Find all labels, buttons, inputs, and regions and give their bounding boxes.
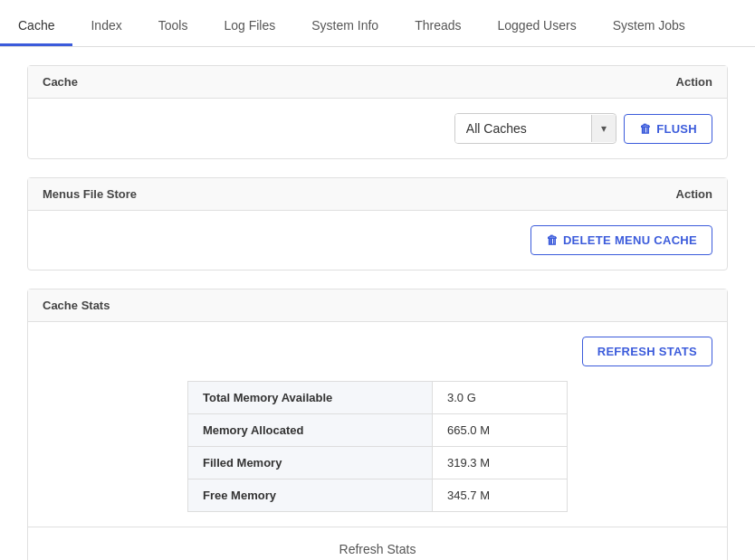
stat-label: Free Memory	[188, 479, 433, 512]
refresh-stats-button-label: REFRESH STATS	[597, 345, 697, 358]
tab-system-info[interactable]: System Info	[293, 7, 397, 46]
refresh-stats-button[interactable]: REFRESH STATS	[582, 337, 712, 366]
trash-icon-menu: 🗑	[546, 233, 558, 247]
table-row: Memory Allocated665.0 M	[188, 414, 568, 447]
cache-select[interactable]: All CachesPage CacheObject CacheQuery Ca…	[455, 114, 591, 143]
table-row: Filled Memory319.3 M	[188, 447, 568, 479]
trash-icon: 🗑	[639, 122, 651, 136]
refresh-stats-footer: Refresh Stats	[28, 527, 727, 560]
cache-section-header: Cache Action	[28, 66, 727, 99]
menus-section-title: Menus File Store	[43, 187, 137, 201]
cache-section-body: All CachesPage CacheObject CacheQuery Ca…	[28, 99, 727, 158]
cache-stats-title: Cache Stats	[43, 299, 110, 312]
chevron-down-icon: ▾	[591, 115, 616, 142]
stat-value: 319.3 M	[433, 447, 568, 479]
menus-section-body: 🗑 DELETE MENU CACHE	[28, 211, 727, 270]
cache-dropdown-wrapper[interactable]: All CachesPage CacheObject CacheQuery Ca…	[454, 113, 616, 144]
tab-logged-users[interactable]: Logged Users	[480, 7, 595, 46]
tab-cache[interactable]: Cache	[0, 7, 72, 46]
delete-menu-cache-button[interactable]: 🗑 DELETE MENU CACHE	[530, 225, 712, 255]
table-row: Free Memory345.7 M	[188, 479, 568, 512]
menus-section: Menus File Store Action 🗑 DELETE MENU CA…	[27, 177, 728, 271]
tabs-bar: CacheIndexToolsLog FilesSystem InfoThrea…	[0, 0, 755, 47]
tab-system-jobs[interactable]: System Jobs	[595, 7, 703, 46]
menus-section-header: Menus File Store Action	[28, 178, 727, 211]
cache-stats-header: Cache Stats	[28, 289, 727, 322]
stat-value: 345.7 M	[433, 479, 568, 512]
cache-controls: All CachesPage CacheObject CacheQuery Ca…	[454, 113, 712, 144]
stat-value: 3.0 G	[433, 382, 568, 414]
tab-threads[interactable]: Threads	[397, 7, 479, 46]
refresh-stats-footer-label: Refresh Stats	[339, 542, 416, 556]
cache-section-action-label: Action	[676, 75, 712, 89]
cache-section-title: Cache	[43, 75, 78, 89]
stat-label: Memory Allocated	[188, 414, 433, 447]
table-row: Total Memory Available3.0 G	[188, 382, 568, 414]
tab-tools[interactable]: Tools	[140, 7, 206, 46]
stats-top-row: REFRESH STATS	[43, 337, 712, 366]
cache-stats-body: REFRESH STATS Total Memory Available3.0 …	[28, 322, 727, 527]
content-area: Cache Action All CachesPage CacheObject …	[0, 47, 755, 560]
cache-stats-section: Cache Stats REFRESH STATS Total Memory A…	[27, 289, 728, 560]
stat-value: 665.0 M	[433, 414, 568, 447]
stat-label: Filled Memory	[188, 447, 433, 479]
stats-table: Total Memory Available3.0 GMemory Alloca…	[187, 381, 568, 512]
tab-log-files[interactable]: Log Files	[205, 7, 293, 46]
menus-section-action-label: Action	[676, 187, 712, 201]
tab-index[interactable]: Index	[72, 7, 139, 46]
delete-menu-cache-label: DELETE MENU CACHE	[563, 233, 697, 247]
cache-section: Cache Action All CachesPage CacheObject …	[27, 65, 728, 159]
flush-button[interactable]: 🗑 FLUSH	[624, 114, 712, 144]
flush-button-label: FLUSH	[656, 122, 697, 136]
stat-label: Total Memory Available	[188, 382, 433, 414]
